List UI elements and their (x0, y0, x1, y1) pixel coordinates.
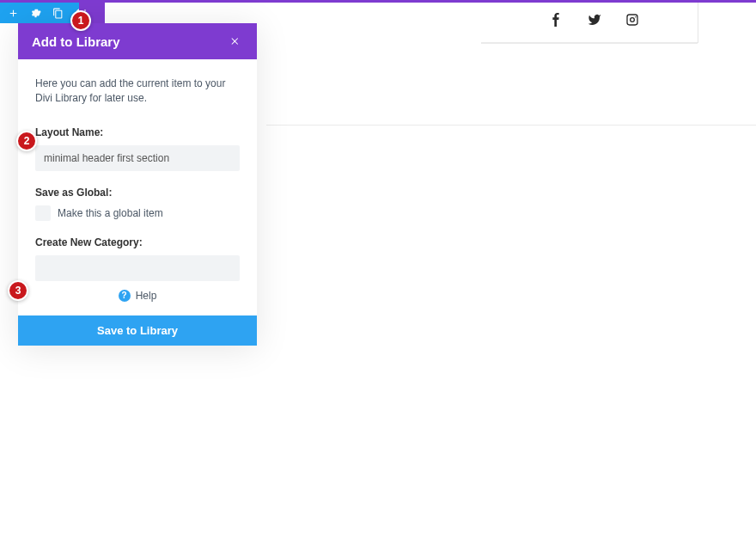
modal-title: Add to Library (32, 34, 120, 49)
modal-description: Here you can add the current item to you… (35, 77, 240, 106)
settings-icon[interactable] (29, 7, 41, 19)
global-checkbox[interactable] (35, 205, 51, 221)
page-top-border (0, 0, 756, 3)
help-label: Help (136, 290, 157, 302)
create-category-input[interactable] (35, 255, 240, 281)
instagram-icon[interactable] (625, 13, 639, 30)
help-icon: ? (119, 290, 131, 302)
save-global-group: Save as Global: Make this a global item (35, 187, 240, 221)
layout-name-input[interactable] (35, 145, 240, 171)
global-checkbox-label: Make this a global item (58, 207, 163, 219)
modal-body: Here you can add the current item to you… (18, 59, 257, 315)
modal-header: Add to Library (18, 23, 257, 59)
social-icons (550, 13, 639, 30)
header-divider (481, 42, 698, 44)
create-category-label: Create New Category: (35, 236, 240, 248)
global-checkbox-row: Make this a global item (35, 205, 240, 221)
add-to-library-modal: Add to Library Here you can add the curr… (18, 23, 257, 346)
layout-name-label: Layout Name: (35, 126, 240, 138)
content-divider (266, 125, 756, 126)
create-category-group: Create New Category: (35, 236, 240, 281)
callout-3: 3 (8, 280, 28, 301)
layout-name-group: Layout Name: (35, 126, 240, 171)
close-icon[interactable] (228, 34, 243, 49)
facebook-icon[interactable] (550, 13, 564, 30)
twitter-icon[interactable] (588, 13, 601, 30)
save-to-library-button[interactable]: Save to Library (18, 315, 257, 346)
callout-1: 1 (70, 10, 91, 31)
add-section-icon[interactable] (7, 7, 19, 19)
header-divider-vertical (698, 3, 698, 43)
save-global-label: Save as Global: (35, 187, 240, 199)
duplicate-icon[interactable] (52, 7, 64, 19)
callout-2: 2 (16, 131, 37, 151)
help-row[interactable]: ? Help (35, 290, 240, 302)
